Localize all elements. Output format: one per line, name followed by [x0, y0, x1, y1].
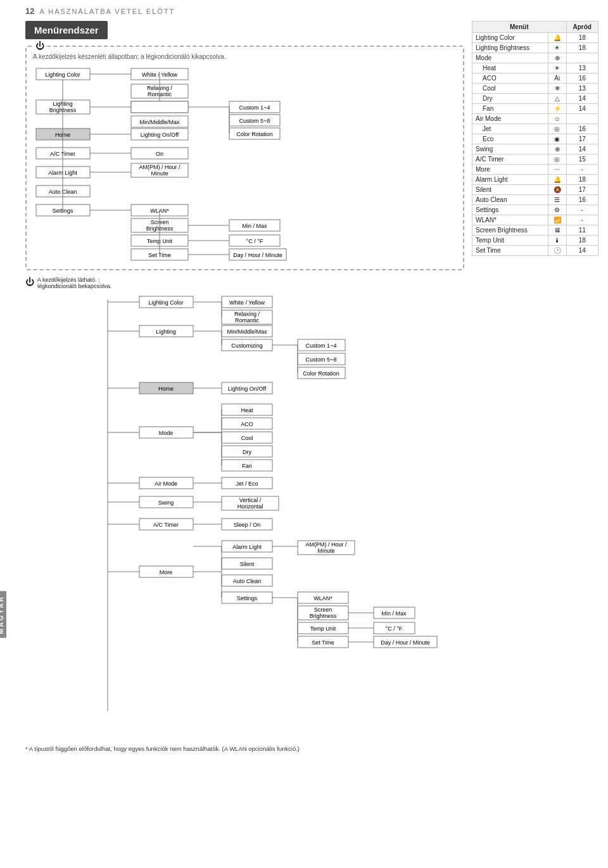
table-row-value — [566, 114, 598, 124]
table-row-icon: 🕐 — [548, 246, 566, 256]
svg-text:Temp Unit: Temp Unit — [310, 626, 336, 632]
svg-text:Min / Max: Min / Max — [242, 223, 267, 229]
power-icon-2: ⏻ — [25, 277, 34, 287]
svg-text:Min / Max: Min / Max — [381, 610, 407, 617]
table-row-icon: ☺ — [548, 114, 566, 124]
table-row-name: WLAN* — [472, 215, 548, 225]
svg-text:Silent: Silent — [240, 561, 255, 567]
aprod-header: Apród — [566, 22, 598, 33]
svg-text:Vertical /: Vertical / — [239, 497, 262, 503]
page-header: 12 A HASZNÁLATBA VÉTEL ELŐTT — [25, 6, 598, 16]
side-label: MAGYAR — [0, 591, 6, 638]
svg-text:Minute: Minute — [317, 548, 334, 554]
svg-text:Color Rotation: Color Rotation — [236, 131, 273, 137]
table-row-value: 13 — [566, 84, 598, 94]
lower-diagram-area: ⏻ A kezdőkijelzés látható. ; légkondicio… — [25, 277, 464, 738]
table-row-icon: 📶 — [548, 215, 566, 225]
svg-text:Lighting Color: Lighting Color — [45, 72, 80, 78]
lower-tree-diagram: Lighting Color White / Yellow Relaxing /… — [25, 293, 469, 736]
table-row-value: - — [566, 205, 598, 215]
menu-header: Menüt — [472, 22, 567, 33]
table-row-name: Swing — [472, 144, 548, 154]
svg-text:Lighting: Lighting — [156, 329, 176, 335]
table-row-name: Silent — [472, 185, 548, 195]
svg-text:Alarm Light: Alarm Light — [232, 544, 262, 550]
table-row-value: 16 — [566, 195, 598, 205]
table-row-value: 11 — [566, 225, 598, 236]
svg-text:Fan: Fan — [242, 463, 252, 469]
table-row-name: Lighting Brightness — [472, 43, 548, 53]
table-row-icon: ☰ — [548, 195, 566, 205]
svg-text:Sleep / On: Sleep / On — [234, 522, 261, 528]
table-row-name: Mode — [472, 53, 548, 63]
svg-text:Lighting On/Off: Lighting On/Off — [141, 132, 179, 138]
table-row-value: 18 — [566, 43, 598, 53]
power-icon: ⏻ — [33, 41, 47, 51]
table-row-name: Set Time — [472, 246, 548, 256]
table-row-value: 16 — [566, 73, 598, 84]
section-title: Menürendszer — [25, 21, 108, 39]
svg-text:Lighting Color: Lighting Color — [148, 299, 184, 306]
svg-text:WLAN*: WLAN* — [314, 595, 332, 601]
table-row-name: A/C Timer — [472, 154, 548, 165]
svg-text:Min/Middle/Max: Min/Middle/Max — [227, 329, 267, 335]
svg-text:White / Yellow: White / Yellow — [229, 299, 265, 306]
table-row-icon: ⚡ — [548, 104, 566, 114]
svg-text:A/C Timer: A/C Timer — [153, 522, 179, 528]
table-row-value: 17 — [566, 185, 598, 195]
footer-note: * A típustól függően előfordulhat, hogy … — [25, 745, 464, 752]
table-row-name: Auto Clean — [472, 195, 548, 205]
table-row-value: 17 — [566, 134, 598, 144]
svg-text:On: On — [156, 151, 163, 157]
table-row-name: ACO — [472, 73, 548, 84]
table-row-value — [566, 53, 598, 63]
upper-diagram-box: ⏻ A kezdőkijelzés készenléti állapotban;… — [25, 46, 464, 270]
table-row-icon: 🔔 — [548, 175, 566, 185]
table-row-name: More — [472, 165, 548, 175]
table-row-name: Heat — [472, 63, 548, 73]
lower-desc2: légkondicionáló bekapcsolva. — [37, 283, 111, 289]
table-row-name: Eco — [472, 134, 548, 144]
svg-text:Lighting On/Off: Lighting On/Off — [228, 386, 267, 392]
svg-text:More: More — [160, 569, 173, 576]
table-row-name: Lighting Color — [472, 33, 548, 43]
svg-text:Custom 5~8: Custom 5~8 — [306, 356, 337, 363]
svg-text:Day / Hour / Minute: Day / Hour / Minute — [233, 252, 282, 258]
table-row-icon: ◉ — [548, 134, 566, 144]
table-row-icon: ⊕ — [548, 53, 566, 63]
table-row-icon: ··· — [548, 165, 566, 175]
table-row-icon: ⚙ — [548, 205, 566, 215]
svg-text:Home: Home — [158, 386, 174, 392]
svg-text:Day / Hour / Minute: Day / Hour / Minute — [381, 639, 430, 646]
upper-tree-diagram: Lighting Color Lighting Brightness Home … — [33, 65, 451, 261]
svg-text:Heat: Heat — [241, 407, 253, 413]
svg-text:Min/Middle/Max: Min/Middle/Max — [139, 119, 180, 125]
table-row-name: Air Mode — [472, 114, 548, 124]
svg-text:ACO: ACO — [241, 421, 253, 427]
svg-text:°C / °F: °C / °F — [386, 626, 403, 632]
svg-text:Cool: Cool — [241, 435, 253, 441]
svg-text:Customizing: Customizing — [231, 343, 263, 349]
svg-text:Brightness: Brightness — [310, 613, 337, 619]
table-row-icon: ☀ — [548, 43, 566, 53]
page-number: 12 — [25, 6, 34, 16]
table-row-value: - — [566, 165, 598, 175]
svg-text:Color Rotation: Color Rotation — [303, 370, 339, 377]
svg-text:Auto Clean: Auto Clean — [233, 578, 262, 584]
svg-text:Custom 5~8: Custom 5~8 — [239, 118, 270, 124]
svg-text:Swing: Swing — [158, 500, 174, 506]
table-row-icon: 🔔 — [548, 33, 566, 43]
table-row-icon: △ — [548, 94, 566, 104]
table-row-icon: ❄ — [548, 84, 566, 94]
svg-text:Screen: Screen — [314, 607, 332, 613]
table-row-value: 15 — [566, 154, 598, 165]
table-row-value: - — [566, 215, 598, 225]
table-row-value: 14 — [566, 246, 598, 256]
table-row-icon: ☀ — [548, 63, 566, 73]
table-row-value: 16 — [566, 124, 598, 134]
svg-text:Custom 1~4: Custom 1~4 — [239, 104, 270, 111]
table-row-value: 14 — [566, 104, 598, 114]
svg-text:Set Time: Set Time — [312, 639, 334, 646]
table-row-value: 14 — [566, 94, 598, 104]
table-row-icon: ◎ — [548, 124, 566, 134]
